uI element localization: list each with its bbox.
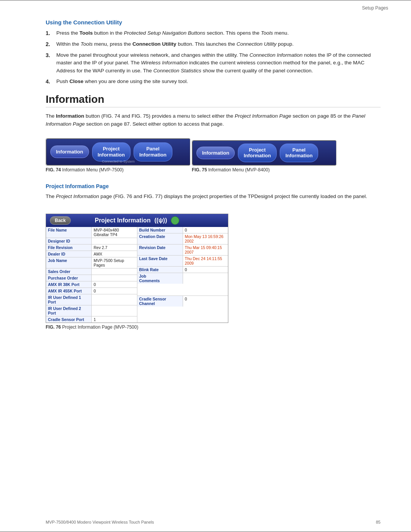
project-info-left: File Name MVP-840x480 Gibraltar TP4 Desi… [46, 227, 137, 323]
step-2-num: 2. [46, 40, 56, 48]
row-purchaseorder: Purchase Order [46, 275, 137, 281]
row-lastsave: Last Save Date Thu Dec 24 14:11:55 2009 [137, 256, 228, 267]
project-info-title: Project Information Page [46, 183, 381, 189]
step-3: 3. Move the panel throughout your wirele… [46, 51, 381, 75]
top-border [0, 0, 411, 1]
project-info-intro: The Project Information page (FIG. 76 an… [46, 192, 381, 201]
step-4-text: Push Close when you are done using the s… [56, 78, 381, 85]
mvp8400-panel: Information Project Information Panel In… [192, 141, 336, 165]
step-3-text: Move the panel throughout your wireless … [56, 51, 381, 75]
mvp7500-panel: Information Project Information Panel In… [46, 139, 190, 165]
fig74-image: Information Project Information Panel In… [46, 138, 190, 166]
project-info-right: Build Number 0 Creation Date Mon May 13 … [137, 227, 228, 323]
page-header: Setup Pages [362, 5, 388, 11]
project-button-74[interactable]: Project Information [92, 142, 131, 161]
fig76-caption: FIG. 76 Project Information Page (MVP-75… [46, 324, 228, 330]
footer-left: MVP-7500/8400 Modero Viewpoint Wireless … [46, 520, 154, 524]
connection-utility-steps: 1. Press the Tools button in the Protect… [46, 29, 381, 86]
row-filerevision: File Revision Rev 2.7 [46, 244, 137, 251]
information-intro: The Information button (FIG. 74 and FIG.… [46, 112, 381, 128]
row-revisiondate: Revision Date Thu Mar 15 09:40:15 2007 [137, 244, 228, 256]
fig74-caption: FIG. 74 Information Menu (MVP-7500) [46, 167, 190, 173]
footer-right: 85 [376, 520, 381, 524]
row-designerid: Designer ID [46, 238, 137, 244]
step-1: 1. Press the Tools button in the Protect… [46, 29, 381, 37]
panel-button-75[interactable]: Panel Information [280, 144, 319, 162]
wifi-icon: ((ψ)) [155, 217, 167, 224]
main-content: Using the Connection Utility 1. Press th… [46, 19, 381, 334]
fig75-caption: FIG. 75 Information Menu (MVP-8400) [192, 167, 336, 173]
step-4: 4. Push Close when you are done using th… [46, 78, 381, 86]
row-dealerid: Dealer ID AMX [46, 251, 137, 257]
row-iruser2: IR User Defined 2 Port [46, 305, 137, 316]
information-button-74[interactable]: Information [50, 145, 89, 158]
project-info-title-text: Project Information [95, 217, 151, 224]
fig76-container: Back Project Information ((ψ)) File Name… [46, 211, 228, 330]
connection-utility-section: Using the Connection Utility 1. Press th… [46, 19, 381, 86]
back-button[interactable]: Back [50, 216, 71, 225]
fig75-container: Information Project Information Panel In… [192, 140, 336, 173]
row-cradlesensorchannel: Cradle SensorChannel 0 [137, 296, 228, 307]
status-dot [171, 216, 179, 225]
information-button-75[interactable]: Information [196, 147, 235, 159]
step-4-num: 4. [46, 78, 56, 86]
row-creationdate: Creation Date Mon May 13 16:59:26 2002 [137, 233, 228, 244]
connection-utility-title: Using the Connection Utility [46, 19, 381, 26]
fig74-container: Information Project Information Panel In… [46, 138, 190, 173]
row-jobname: Job Name MVP-7500 Setup Pages [46, 257, 137, 268]
step-1-text: Press the Tools button in the Protected … [56, 29, 381, 37]
step-3-num: 3. [46, 51, 56, 59]
project-info-box: Back Project Information ((ψ)) File Name… [46, 214, 228, 323]
row-iruser1: IR User Defined 1 Port [46, 294, 137, 305]
project-button-75[interactable]: Project Information [238, 144, 277, 162]
step-2: 2. Within the Tools menu, press the Conn… [46, 40, 381, 48]
information-heading: Information [46, 93, 381, 107]
row-amxir38k: AMX IR 38K Port 0 [46, 281, 137, 288]
page-footer: MVP-7500/8400 Modero Viewpoint Wireless … [46, 520, 381, 524]
project-info-table: File Name MVP-840x480 Gibraltar TP4 Desi… [46, 227, 228, 323]
header-text: Setup Pages [362, 5, 388, 11]
step-2-text: Within the Tools menu, press the Connect… [56, 40, 381, 48]
step-1-num: 1. [46, 29, 56, 37]
project-info-header: Back Project Information ((ψ)) [46, 214, 228, 227]
row-blinkrate: Blink Rate 0 [137, 267, 228, 273]
panel-overlay-74: Connected to System [102, 160, 135, 163]
row-cradlesensor: Cradle Sensor Port 1 [46, 316, 137, 323]
panel-button-74[interactable]: Panel Information [134, 142, 172, 161]
fig75-image: Information Project Information Panel In… [192, 140, 336, 166]
row-jobcomments: JobComments [137, 273, 228, 296]
row-salesorder: Sales Order [46, 268, 137, 275]
row-amxir455k: AMX IR 455K Port 0 [46, 288, 137, 294]
row-buildnumber: Build Number 0 [137, 227, 228, 233]
row-filename: File Name MVP-840x480 Gibraltar TP4 [46, 227, 137, 238]
